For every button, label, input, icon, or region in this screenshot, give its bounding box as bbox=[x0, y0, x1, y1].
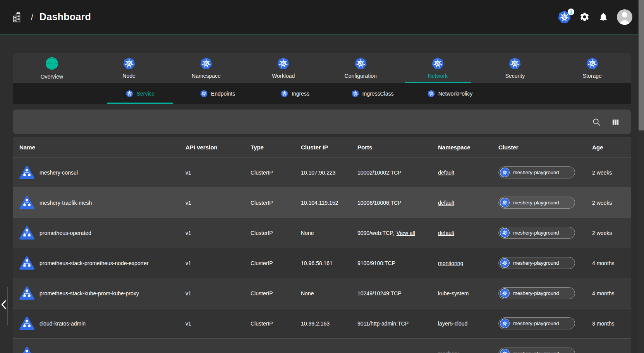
subtab-endpoints[interactable]: Endpoints bbox=[179, 83, 256, 104]
kubernetes-icon bbox=[200, 90, 208, 97]
kubernetes-connection-button[interactable]: 1 bbox=[558, 10, 571, 23]
cluster-name: meshery-playground bbox=[513, 290, 559, 296]
kubernetes-icon bbox=[500, 228, 510, 238]
collapse-drawer-button[interactable] bbox=[1, 300, 7, 312]
organization-logo[interactable] bbox=[11, 10, 24, 24]
ports-value: 10002/10002:TCP bbox=[357, 170, 402, 176]
col-type[interactable]: Type bbox=[245, 144, 295, 151]
subtab-networkpolicy[interactable]: NetworkPolicy bbox=[411, 83, 489, 104]
tab-label: Namespace bbox=[192, 73, 221, 79]
tab-namespace[interactable]: Namespace bbox=[168, 53, 245, 83]
cluster-chip[interactable]: meshery-playground bbox=[498, 166, 575, 178]
view-all-link[interactable]: View all bbox=[397, 230, 415, 236]
table-row[interactable]: meshery meshery-playground bbox=[13, 338, 631, 353]
cluster-chip[interactable]: meshery-playground bbox=[498, 287, 575, 299]
subtab-label: NetworkPolicy bbox=[438, 91, 473, 97]
cluster-chip[interactable]: meshery-playground bbox=[498, 348, 575, 353]
cluster-chip[interactable]: meshery-playground bbox=[498, 197, 575, 209]
api-version-cell: v1 bbox=[180, 290, 245, 296]
tab-network[interactable]: Network bbox=[399, 53, 476, 83]
cluster-chip[interactable]: meshery-playground bbox=[498, 257, 575, 269]
services-table: Name API version Type Cluster IP Ports N… bbox=[13, 137, 631, 353]
table-row[interactable]: meshery-consul v1 ClusterIP 10.107.90.22… bbox=[13, 157, 631, 187]
table-row[interactable]: prometheus-stack-prometheus-node-exporte… bbox=[13, 248, 631, 278]
type-cell: ClusterIP bbox=[245, 260, 295, 266]
cluster-chip[interactable]: meshery-playground bbox=[498, 317, 575, 329]
avatar-head bbox=[622, 12, 627, 17]
namespace-link[interactable]: default bbox=[438, 200, 454, 206]
drawer-divider bbox=[7, 287, 8, 325]
user-avatar[interactable] bbox=[617, 9, 632, 25]
tab-label: Network bbox=[428, 73, 448, 79]
namespace-link[interactable]: default bbox=[438, 170, 454, 176]
service-name: prometheus-stack-prometheus-node-exporte… bbox=[39, 260, 149, 266]
table-row[interactable]: cloud-kratos-admin v1 ClusterIP 10.99.2.… bbox=[13, 308, 631, 338]
cluster-cell: meshery-playground bbox=[493, 317, 586, 329]
subtab-label: IngressClass bbox=[362, 91, 394, 97]
kubernetes-icon bbox=[281, 90, 288, 97]
table-row[interactable]: meshery-traefik-mesh v1 ClusterIP 10.104… bbox=[13, 187, 631, 218]
col-name[interactable]: Name bbox=[13, 144, 180, 151]
subtab-service[interactable]: Service bbox=[101, 83, 179, 104]
cluster-cell: meshery-playground bbox=[493, 287, 586, 299]
header-actions: 1 bbox=[558, 9, 632, 25]
cluster-name: meshery-playground bbox=[513, 320, 559, 326]
ports-cell: 10249/10249:TCP bbox=[352, 290, 432, 296]
cluster-name: meshery-playground bbox=[513, 200, 559, 206]
cluster-chip[interactable]: meshery-playground bbox=[498, 227, 575, 239]
service-name-cell: meshery-traefik-mesh bbox=[13, 195, 180, 210]
age-cell: 2 weeks bbox=[586, 230, 631, 236]
table-row[interactable]: prometheus-stack-kube-prom-kube-proxy v1… bbox=[13, 278, 631, 308]
tab-label: Overview bbox=[41, 74, 63, 80]
kubernetes-icon bbox=[432, 57, 444, 69]
search-icon[interactable] bbox=[592, 118, 601, 127]
columns-icon[interactable] bbox=[611, 118, 620, 127]
age-cell: 2 weeks bbox=[586, 200, 631, 206]
subtab-ingress[interactable]: Ingress bbox=[256, 83, 334, 104]
api-version-cell: v1 bbox=[180, 320, 245, 327]
subtab-ingressclass[interactable]: IngressClass bbox=[334, 83, 411, 104]
scrollbar-thumb[interactable] bbox=[639, 0, 644, 130]
col-cluster-ip[interactable]: Cluster IP bbox=[295, 144, 352, 151]
ports-value: 10249/10249:TCP bbox=[357, 290, 402, 296]
cluster-ip-cell: 10.99.2.163 bbox=[295, 320, 352, 327]
col-cluster[interactable]: Cluster bbox=[493, 144, 586, 151]
kubernetes-icon bbox=[500, 349, 510, 353]
table-row[interactable]: prometheus-operated v1 ClusterIP None 90… bbox=[13, 218, 631, 248]
kubernetes-icon bbox=[586, 57, 598, 69]
kubernetes-service-icon bbox=[19, 346, 34, 353]
service-name-cell: meshery-consul bbox=[13, 165, 180, 180]
namespace-link[interactable]: meshery bbox=[438, 351, 459, 353]
namespace-link[interactable]: layer5-cloud bbox=[438, 320, 467, 327]
settings-button[interactable] bbox=[579, 12, 590, 22]
col-age[interactable]: Age bbox=[586, 144, 631, 151]
kubernetes-service-icon bbox=[19, 225, 34, 240]
service-name: prometheus-operated bbox=[39, 230, 91, 236]
tab-workload[interactable]: Workload bbox=[245, 53, 322, 83]
age-cell: 4 months bbox=[586, 290, 631, 296]
namespace-link[interactable]: monitoring bbox=[438, 260, 463, 266]
col-ports[interactable]: Ports bbox=[352, 144, 432, 151]
api-version-cell: v1 bbox=[180, 200, 245, 206]
col-namespace[interactable]: Namespace bbox=[432, 144, 493, 151]
col-api-version[interactable]: API version bbox=[180, 144, 245, 151]
kubernetes-service-icon bbox=[19, 165, 34, 180]
age-cell: 2 weeks bbox=[586, 170, 631, 176]
tab-overview[interactable]: Overview bbox=[13, 53, 90, 83]
tab-configuration[interactable]: Configuration bbox=[322, 53, 399, 83]
kubernetes-icon bbox=[509, 57, 521, 69]
tab-node[interactable]: Node bbox=[90, 53, 167, 83]
namespace-link[interactable]: kube-system bbox=[438, 290, 469, 296]
namespace-link[interactable]: default bbox=[438, 230, 454, 236]
cluster-ip-cell: 10.96.58.161 bbox=[295, 260, 352, 266]
tab-label: Storage bbox=[583, 73, 602, 79]
tab-storage[interactable]: Storage bbox=[554, 53, 631, 83]
cluster-name: meshery-playground bbox=[513, 230, 559, 236]
namespace-cell: monitoring bbox=[432, 260, 493, 266]
notifications-button[interactable] bbox=[598, 12, 608, 22]
type-cell: ClusterIP bbox=[245, 200, 295, 206]
ports-value: 9100/9100:TCP bbox=[357, 260, 395, 266]
kubernetes-icon bbox=[500, 168, 510, 177]
tab-security[interactable]: Security bbox=[476, 53, 553, 83]
tab-label: Security bbox=[505, 73, 525, 79]
